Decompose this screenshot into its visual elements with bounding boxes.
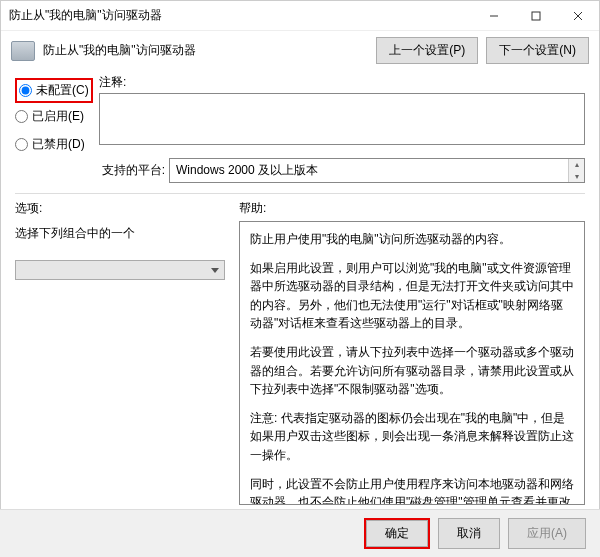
options-label: 选项: bbox=[15, 200, 225, 217]
platform-label: 支持的平台: bbox=[99, 162, 169, 179]
titlebar: 防止从"我的电脑"访问驱动器 bbox=[1, 1, 599, 31]
cancel-button[interactable]: 取消 bbox=[438, 518, 500, 549]
minimize-button[interactable] bbox=[473, 1, 515, 30]
platform-value: Windows 2000 及以上版本 bbox=[176, 163, 318, 177]
ok-button[interactable]: 确定 bbox=[366, 520, 428, 547]
comment-textarea[interactable] bbox=[99, 93, 585, 145]
maximize-button[interactable] bbox=[515, 1, 557, 30]
close-button[interactable] bbox=[557, 1, 599, 30]
help-p4: 注意: 代表指定驱动器的图标仍会出现在"我的电脑"中，但是如果用户双击这些图标，… bbox=[250, 409, 574, 465]
chevron-down-icon[interactable]: ▾ bbox=[569, 171, 584, 183]
dialog-header: 防止从"我的电脑"访问驱动器 上一个设置(P) 下一个设置(N) bbox=[1, 31, 599, 74]
radio-disabled[interactable]: 已禁用(D) bbox=[15, 136, 87, 153]
help-label: 帮助: bbox=[239, 200, 585, 217]
svg-rect-1 bbox=[532, 12, 540, 20]
dialog-footer: 确定 取消 应用(A) bbox=[0, 509, 600, 557]
chevron-up-icon[interactable]: ▴ bbox=[569, 159, 584, 171]
help-p2: 如果启用此设置，则用户可以浏览"我的电脑"或文件资源管理器中所选驱动器的目录结构… bbox=[250, 259, 574, 333]
help-text: 防止用户使用"我的电脑"访问所选驱动器的内容。 如果启用此设置，则用户可以浏览"… bbox=[239, 221, 585, 505]
radio-not-configured-input[interactable] bbox=[19, 84, 32, 97]
apply-button[interactable]: 应用(A) bbox=[508, 518, 586, 549]
drive-combo[interactable] bbox=[15, 260, 225, 280]
radio-disabled-label: 已禁用(D) bbox=[32, 136, 85, 153]
dialog-title: 防止从"我的电脑"访问驱动器 bbox=[43, 42, 368, 59]
policy-icon bbox=[11, 41, 35, 61]
highlight-not-configured: 未配置(C) bbox=[15, 78, 93, 103]
separator bbox=[15, 193, 585, 194]
radio-enabled-input[interactable] bbox=[15, 110, 28, 123]
radio-not-configured[interactable]: 未配置(C) bbox=[19, 82, 89, 99]
comment-label: 注释: bbox=[99, 74, 585, 91]
radio-enabled-label: 已启用(E) bbox=[32, 108, 84, 125]
window-controls bbox=[473, 1, 599, 30]
next-setting-button[interactable]: 下一个设置(N) bbox=[486, 37, 589, 64]
radio-enabled[interactable]: 已启用(E) bbox=[15, 108, 87, 125]
radio-not-configured-label: 未配置(C) bbox=[36, 82, 89, 99]
highlight-ok: 确定 bbox=[364, 518, 430, 549]
pick-one-label: 选择下列组合中的一个 bbox=[15, 225, 225, 242]
state-radio-group: 未配置(C) 已启用(E) 已禁用(D) bbox=[15, 74, 87, 183]
radio-disabled-input[interactable] bbox=[15, 138, 28, 151]
prev-setting-button[interactable]: 上一个设置(P) bbox=[376, 37, 478, 64]
platform-spinner[interactable]: ▴ ▾ bbox=[568, 159, 584, 182]
help-p1: 防止用户使用"我的电脑"访问所选驱动器的内容。 bbox=[250, 230, 574, 249]
help-p3: 若要使用此设置，请从下拉列表中选择一个驱动器或多个驱动器的组合。若要允许访问所有… bbox=[250, 343, 574, 399]
help-p5: 同时，此设置不会防止用户使用程序来访问本地驱动器和网络驱动器。也不会防止他们使用… bbox=[250, 475, 574, 505]
window-title: 防止从"我的电脑"访问驱动器 bbox=[9, 7, 473, 24]
platform-field: Windows 2000 及以上版本 ▴ ▾ bbox=[169, 158, 585, 183]
